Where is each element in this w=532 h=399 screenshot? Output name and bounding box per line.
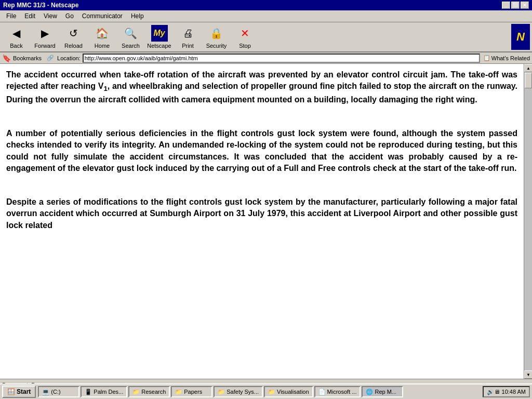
taskbar-item-ms[interactable]: 📄 Microsoft ... [314, 386, 361, 397]
taskbar-item-c[interactable]: 💻 (C:) [38, 386, 79, 397]
menu-edit[interactable]: Edit [20, 11, 39, 21]
netscape-logo: N [511, 24, 530, 50]
close-button[interactable]: ✕ [521, 2, 529, 9]
forward-label: Forward [34, 43, 55, 49]
start-label: Start [17, 388, 31, 395]
taskbar-research-label: Research [141, 389, 166, 395]
security-label: Security [206, 43, 227, 49]
taskbar-palm-icon: 📱 [85, 389, 92, 395]
paragraph-1: The accident occurred when take-off rota… [6, 69, 517, 106]
scroll-up-button[interactable]: ▲ [524, 64, 532, 72]
taskbar-papers-icon: 📁 [175, 389, 182, 395]
taskbar-item-rep[interactable]: 🌐 Rep M... [362, 386, 403, 397]
forward-button[interactable]: ▶ Forward [31, 24, 59, 50]
taskbar-c-label: (C:) [51, 389, 60, 395]
content-scroll[interactable]: The accident occurred when take-off rota… [0, 64, 524, 379]
print-button[interactable]: 🖨 Print [174, 24, 202, 50]
security-button[interactable]: 🔒 Security [202, 24, 231, 50]
title-bar-controls: _ ⬜ ✕ [502, 2, 529, 9]
taskbar-items: 💻 (C:) 📱 Palm Des... 📁 Research 📁 Papers… [38, 386, 482, 397]
paragraph-2: A number of potentially serious deficien… [6, 128, 517, 175]
home-icon: 🏠 [94, 25, 111, 42]
window-title: Rep MMC 31/3 - Netscape [3, 2, 78, 9]
taskbar-vis-label: Visualisation [277, 389, 309, 395]
taskbar-ms-icon: 📄 [318, 389, 326, 395]
stop-button[interactable]: ✕ Stop [231, 24, 259, 50]
search-label: Search [122, 43, 140, 49]
taskbar-item-vis[interactable]: 📁 Visualisation [264, 386, 313, 397]
menu-go[interactable]: Go [61, 11, 78, 21]
back-icon: ◀ [8, 25, 25, 42]
forward-icon: ▶ [37, 25, 54, 42]
search-icon: 🔍 [123, 25, 139, 42]
maximize-button[interactable]: ⬜ [511, 2, 520, 9]
taskbar-rep-label: Rep M... [375, 389, 396, 395]
home-label: Home [95, 43, 110, 49]
whats-related-icon: 📋 [483, 55, 490, 61]
scroll-down-button[interactable]: ▼ [524, 370, 532, 379]
bookmark-icon: 🔖 [2, 54, 11, 62]
print-icon: 🖨 [180, 25, 196, 42]
location-label: Location: [57, 55, 81, 61]
bookmarks-label[interactable]: Bookmarks [13, 55, 42, 61]
netscape-button[interactable]: My Netscape [145, 24, 174, 50]
netscape-icon: My [151, 25, 168, 42]
location-bar: 🔖 Bookmarks 🔗 Location: 📋 What's Related [0, 52, 532, 64]
taskbar-palm-label: Palm Des... [94, 389, 123, 395]
title-bar: Rep MMC 31/3 - Netscape _ ⬜ ✕ [0, 0, 532, 10]
netscape-label: Netscape [147, 43, 171, 49]
taskbar-rep-icon: 🌐 [366, 389, 373, 395]
taskbar-item-safety[interactable]: 📁 Safety Sys... [214, 386, 263, 397]
menu-communicator[interactable]: Communicator [78, 11, 127, 21]
whats-related-label: What's Related [491, 55, 530, 61]
stop-icon: ✕ [237, 25, 254, 42]
security-icon: 🔒 [208, 25, 225, 42]
toolbar: ◀ Back ▶ Forward ↺ Reload 🏠 Home 🔍 Searc… [0, 22, 532, 52]
minimize-button[interactable]: _ [502, 2, 510, 9]
taskbar-safety-label: Safety Sys... [227, 389, 259, 395]
taskbar-item-palm[interactable]: 📱 Palm Des... [81, 386, 127, 397]
menu-file[interactable]: File [2, 11, 20, 21]
print-label: Print [182, 43, 194, 49]
tray-icons: 🔊🖥 [487, 389, 500, 395]
menu-help[interactable]: Help [127, 11, 148, 21]
back-label: Back [10, 43, 22, 49]
taskbar-vis-icon: 📁 [268, 389, 275, 395]
whats-related-button[interactable]: 📋 What's Related [483, 55, 530, 61]
menu-bar: File Edit View Go Communicator Help [0, 10, 532, 22]
taskbar-ms-label: Microsoft ... [327, 389, 357, 395]
start-button[interactable]: 🪟 Start [2, 385, 36, 398]
taskbar-papers-label: Papers [184, 389, 202, 395]
reload-icon: ↺ [65, 25, 82, 42]
scroll-track[interactable] [524, 72, 532, 370]
taskbar-research-icon: 📁 [132, 389, 140, 395]
paragraph-3: Despite a series of modifications to the… [6, 196, 517, 231]
search-button[interactable]: 🔍 Search [116, 24, 145, 50]
taskbar-c-icon: 💻 [42, 389, 49, 395]
home-button[interactable]: 🏠 Home [88, 24, 116, 50]
location-input[interactable] [83, 54, 480, 63]
taskbar-safety-icon: 📁 [218, 389, 225, 395]
taskbar: 🪟 Start 💻 (C:) 📱 Palm Des... 📁 Research … [0, 383, 532, 399]
taskbar-tray: 🔊🖥 10:48 AM [483, 386, 530, 397]
back-button[interactable]: ◀ Back [2, 24, 31, 50]
scroll-thumb[interactable] [525, 73, 532, 88]
menu-view[interactable]: View [39, 11, 61, 21]
stop-label: Stop [239, 43, 251, 49]
location-divider: 🔗 [47, 55, 54, 61]
content-area: The accident occurred when take-off rota… [0, 64, 532, 379]
taskbar-item-research[interactable]: 📁 Research [128, 386, 170, 397]
reload-button[interactable]: ↺ Reload [59, 24, 88, 50]
scrollbar[interactable]: ▲ ▼ [524, 64, 532, 379]
start-icon: 🪟 [7, 388, 15, 395]
reload-label: Reload [64, 43, 83, 49]
tray-time: 10:48 AM [502, 389, 526, 395]
taskbar-item-papers[interactable]: 📁 Papers [171, 386, 212, 397]
